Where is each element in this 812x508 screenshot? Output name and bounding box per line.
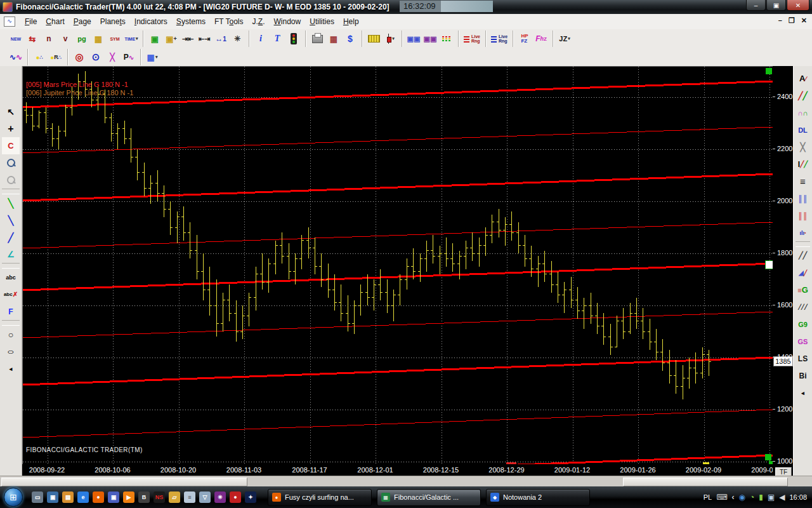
dropdown-caret-icon[interactable]: ▾ — [136, 36, 138, 41]
scale-one-button[interactable]: ↔1 — [213, 30, 229, 47]
hp-fz-button[interactable]: HPFZ — [516, 30, 533, 47]
cascade-windows-button[interactable]: ▣▣ — [405, 30, 422, 47]
dollar-button[interactable]: $ — [342, 30, 358, 47]
pointer-tool[interactable]: ↖ — [2, 103, 20, 120]
menu-file[interactable]: File — [20, 15, 41, 28]
menu-help[interactable]: Help — [339, 15, 363, 28]
traffic-light-button[interactable] — [285, 30, 302, 47]
delete-text-tool[interactable]: abc✗ — [2, 286, 20, 303]
orbit-button[interactable]: ⊙ — [88, 49, 104, 65]
corner-marker-bottom[interactable] — [765, 454, 771, 460]
bar-style-button[interactable]: ▾ — [382, 30, 398, 47]
angle-a-tool[interactable]: A∕ — [794, 70, 812, 87]
compress-bars-button[interactable]: ⇥⇤ — [180, 30, 196, 47]
dl-tool[interactable]: DL — [794, 121, 812, 138]
task-firefox[interactable]: ●Fusy czyli surfing na... — [268, 489, 372, 506]
minimize-button[interactable]: – — [746, 0, 766, 11]
ruler-button[interactable] — [365, 30, 382, 47]
expand-bars-button[interactable]: ⇤⇥ — [196, 30, 213, 47]
show-desktop-icon[interactable]: ▭ — [32, 491, 43, 503]
live-range-red-button[interactable]: LiveRng — [462, 30, 482, 47]
notepad-icon[interactable]: ≡ — [184, 491, 195, 503]
tile-windows-button[interactable]: ▣▣ — [422, 30, 438, 47]
trendline-blue-tool[interactable]: ╲ — [2, 211, 20, 229]
print-button[interactable] — [309, 30, 325, 47]
text-tool-button[interactable]: T — [269, 30, 285, 47]
sun-aspects-button[interactable]: ●∴ — [31, 49, 48, 65]
volume-icon[interactable]: ◀ — [779, 493, 785, 502]
new-chart-button[interactable]: NEW — [8, 30, 24, 47]
text-abc-tool[interactable]: abc — [2, 269, 20, 286]
window-switcher-icon[interactable]: ▣ — [47, 491, 58, 503]
media-player-icon[interactable]: ▶ — [123, 491, 134, 503]
internet-explorer-icon[interactable]: e — [77, 491, 89, 503]
close-button[interactable]: ✕ — [787, 0, 809, 11]
zoom-page-tool[interactable] — [2, 154, 20, 171]
menu-planets[interactable]: Planets — [96, 15, 130, 28]
color-grid-button[interactable] — [438, 30, 455, 47]
sun-retro-aspects-button[interactable]: ●R∴ — [48, 49, 64, 65]
menu-utilities[interactable]: Utilities — [305, 15, 339, 28]
dropdown-caret-icon[interactable]: ▾ — [155, 55, 158, 60]
collapse-right-toolbar[interactable]: ◂ — [794, 384, 812, 401]
cascade-pages-button[interactable]: ▣ — [147, 30, 163, 47]
h-lines-tool[interactable]: ≡ — [794, 173, 812, 190]
waves-button[interactable]: ∿∿ — [8, 49, 24, 65]
parallel-lines-tool[interactable]: ╱╱ — [794, 247, 812, 264]
symbol-button[interactable]: SYM — [107, 30, 123, 47]
crosshair-tool[interactable]: + — [2, 120, 20, 137]
mini-bars-tool[interactable]: ılı▪ — [794, 224, 812, 241]
language-indicator[interactable]: PL — [704, 493, 712, 501]
child-minimize-button[interactable]: – — [778, 17, 782, 25]
page-button[interactable]: pg — [74, 30, 90, 47]
network-icon[interactable]: ▣ — [768, 493, 775, 502]
tray-expand-chevron[interactable]: ‹ — [732, 493, 735, 502]
plane-app-icon[interactable]: ✦ — [245, 491, 256, 503]
bars-v-button[interactable]: v — [57, 30, 74, 47]
bars-n-button[interactable]: n — [41, 30, 57, 47]
fan-lines-tool[interactable]: ╱╱ — [794, 87, 812, 104]
tray-clock-icon[interactable]: ◔ — [750, 493, 754, 502]
cross-lines-tool[interactable]: ╳ — [794, 138, 812, 156]
menu-chart[interactable]: Chart — [41, 15, 69, 28]
arcs-tool[interactable]: ∩∩ — [794, 104, 812, 121]
info-pointer-button[interactable]: i — [252, 30, 269, 47]
table-grid-button[interactable]: ▦▾ — [144, 49, 160, 65]
ls-tool[interactable]: LS — [794, 350, 812, 367]
child-close-button[interactable]: ✕ — [801, 17, 807, 25]
task-fgt[interactable]: ▦Fibonacci/Galactic ... — [377, 489, 481, 506]
task-notowania[interactable]: ◆Notowania 2 — [486, 489, 590, 506]
font-tool[interactable]: F — [2, 303, 20, 320]
graphics-app-icon[interactable]: ✳ — [214, 491, 226, 503]
mdi-system-icon[interactable]: ∿ — [4, 17, 15, 27]
menu-jz[interactable]: J.Z. — [247, 15, 269, 28]
ns-app-icon[interactable]: NS — [154, 491, 165, 503]
recycle-bin-icon[interactable]: ▽ — [199, 491, 211, 503]
star-button[interactable]: ✳ — [229, 30, 246, 47]
p-wave-button[interactable]: P∿ — [121, 49, 137, 65]
tray-clock[interactable]: 16:08 — [789, 493, 807, 501]
angle-marker-tool[interactable]: ∠ — [2, 246, 20, 263]
gann-g-tool[interactable]: ≡G — [794, 281, 812, 298]
jz-button[interactable]: JZ▾ — [556, 30, 573, 47]
add-page-button[interactable]: ▣+ — [163, 30, 180, 47]
circle-tool[interactable]: ○ — [2, 326, 20, 343]
live-range-blue-button[interactable]: LiveRng — [489, 30, 509, 47]
trendline-green-tool[interactable]: ╲ — [2, 194, 20, 211]
scrollbar-thumb[interactable] — [623, 478, 788, 486]
v-lines-red-tool[interactable]: ║║ — [794, 207, 812, 224]
menu-page[interactable]: Page — [69, 15, 96, 28]
menu-indicators[interactable]: Indicators — [130, 15, 172, 28]
fan-brush-tool[interactable]: ╱╱╱ — [794, 298, 812, 316]
g9-tool[interactable]: G9 — [794, 316, 812, 333]
b-app-icon[interactable]: B — [138, 491, 150, 503]
v-lines-blue-tool[interactable]: ║║ — [794, 190, 812, 207]
chart-plot-area[interactable]: [005] Mars Price Line G 180 N -1 [006] J… — [22, 66, 773, 465]
i-fan-tool[interactable]: I╱╱ — [794, 156, 812, 173]
firefox-icon[interactable]: ● — [93, 491, 104, 503]
aspect-lines-button[interactable]: ╳ — [104, 49, 121, 65]
red-app-icon[interactable]: ● — [230, 491, 241, 503]
collapse-left-toolbar[interactable]: ◂ — [2, 360, 20, 377]
tray-app-icon[interactable]: ◉ — [739, 493, 745, 502]
ephemeris-book-button[interactable]: ▦ — [325, 30, 342, 47]
